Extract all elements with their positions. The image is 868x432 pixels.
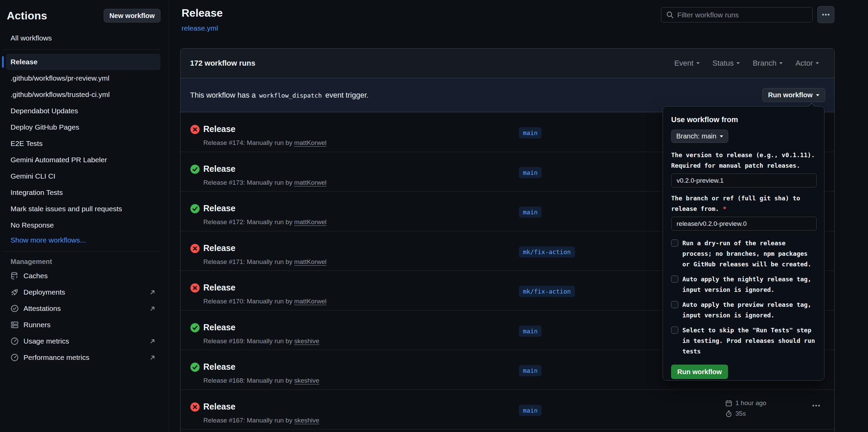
- branch-badge[interactable]: main: [519, 365, 542, 376]
- sidebar-workflow-item[interactable]: Dependabot Updates: [6, 103, 160, 119]
- branch-badge[interactable]: main: [519, 206, 542, 218]
- sidebar-workflow-item[interactable]: E2E Tests: [6, 135, 160, 152]
- workflow-input-checkbox-row: Auto apply the nightly release tag, inpu…: [671, 274, 816, 295]
- filter-branch[interactable]: Branch: [753, 59, 783, 68]
- cache-icon: [11, 272, 19, 280]
- run-meta: 1 hour ago35s: [725, 399, 766, 420]
- search-icon: [666, 11, 674, 19]
- new-workflow-button[interactable]: New workflow: [104, 9, 160, 22]
- sidebar-workflow-item[interactable]: Gemini CLI CI: [6, 168, 160, 184]
- sidebar-workflow-item[interactable]: Release: [6, 54, 160, 70]
- rocket-icon: [11, 288, 19, 296]
- run-actor-link[interactable]: skeshive: [294, 417, 319, 424]
- checkbox[interactable]: [671, 276, 678, 283]
- checkbox-label: Run a dry-run of the release process; no…: [682, 238, 816, 269]
- filter-event[interactable]: Event: [674, 59, 699, 68]
- checkbox-label: Select to skip the "Run Tests" step in t…: [682, 325, 816, 356]
- arrow-up-right-icon: [149, 338, 156, 345]
- management-item-label: Performance metrics: [23, 353, 89, 362]
- run-title-link[interactable]: Release: [203, 362, 236, 372]
- chevron-down-icon: [736, 62, 740, 64]
- chevron-down-icon: [720, 135, 723, 137]
- branch-badge[interactable]: main: [519, 405, 542, 416]
- branch-selector-button[interactable]: Branch: main: [671, 130, 728, 143]
- sidebar-workflow-item[interactable]: Gemini Automated PR Labeler: [6, 152, 160, 168]
- check-circle-icon: [190, 204, 200, 213]
- management-heading: Management: [11, 258, 160, 266]
- management-item-label: Runners: [23, 321, 50, 329]
- run-title-link[interactable]: Release: [203, 124, 236, 134]
- management-item-runners[interactable]: Runners: [6, 317, 160, 333]
- sidebar-workflow-item[interactable]: .github/workflows/trusted-ci.yml: [6, 86, 160, 103]
- checkbox[interactable]: [671, 327, 678, 334]
- run-actor-link[interactable]: mattKorwel: [294, 258, 326, 265]
- run-description: Release #169: Manually run by skeshive: [203, 337, 319, 345]
- arrow-up-right-icon: [149, 305, 156, 312]
- x-circle-icon: [190, 244, 200, 253]
- server-icon: [11, 321, 19, 329]
- sidebar-workflow-item[interactable]: No Response: [6, 217, 160, 233]
- sidebar-workflow-item[interactable]: Mark stale issues and pull requests: [6, 201, 160, 217]
- branch-badge[interactable]: main: [519, 326, 542, 337]
- run-actor-link[interactable]: mattKorwel: [294, 179, 326, 186]
- run-kebab-menu-icon[interactable]: [810, 401, 822, 410]
- management-item-performance-metrics[interactable]: Performance metrics: [6, 349, 160, 366]
- sidebar-workflow-item[interactable]: Integration Tests: [6, 184, 160, 201]
- run-actor-link[interactable]: skeshive: [294, 337, 319, 345]
- show-more-workflows-link[interactable]: Show more workflows...: [6, 233, 160, 247]
- management-item-caches[interactable]: Caches: [6, 268, 160, 284]
- run-title-link[interactable]: Release: [203, 402, 236, 412]
- management-list: CachesDeploymentsAttestationsRunnersUsag…: [0, 268, 169, 366]
- run-actor-link[interactable]: mattKorwel: [294, 218, 326, 226]
- workflow-options-kebab-button[interactable]: [817, 6, 834, 23]
- run-duration: 35s: [735, 410, 746, 417]
- chevron-down-icon: [816, 94, 819, 96]
- filter-status[interactable]: Status: [713, 59, 740, 68]
- run-description: Release #168: Manually run by skeshive: [203, 377, 319, 384]
- chevron-down-icon: [816, 62, 819, 64]
- main-content: Release release.yml 172 workflow runs Ev…: [169, 0, 868, 432]
- filter-workflow-runs-input[interactable]: [677, 11, 807, 19]
- branch-badge[interactable]: main: [519, 167, 542, 178]
- runs-card-header: 172 workflow runs EventStatusBranchActor: [181, 49, 834, 78]
- ref-input[interactable]: [671, 217, 817, 231]
- run-filters: EventStatusBranchActor: [674, 59, 819, 68]
- run-title-link[interactable]: Release: [203, 283, 236, 293]
- sidebar-workflow-item[interactable]: Deploy GitHub Pages: [6, 119, 160, 135]
- run-description: Release #171: Manually run by mattKorwel: [203, 258, 326, 266]
- management-item-usage-metrics[interactable]: Usage metrics: [6, 333, 160, 349]
- sidebar-item-all-workflows[interactable]: All workflows: [6, 31, 160, 45]
- management-item-deployments[interactable]: Deployments: [6, 284, 160, 300]
- run-workflow-dropdown-button[interactable]: Run workflow: [762, 88, 825, 102]
- run-title-link[interactable]: Release: [203, 164, 236, 174]
- run-actor-link[interactable]: mattKorwel: [294, 139, 326, 146]
- run-title-link[interactable]: Release: [203, 322, 236, 332]
- arrow-up-right-icon: [149, 354, 156, 361]
- workflow-run-row: ReleaseRelease #167: Manually run by ske…: [181, 390, 834, 430]
- checkbox-label: Auto apply the nightly release tag, inpu…: [682, 274, 816, 295]
- workflow-input-checkbox-row: Run a dry-run of the release process; no…: [671, 238, 816, 269]
- sidebar-workflow-item[interactable]: .github/workflows/pr-review.yml: [6, 70, 160, 86]
- run-title-link[interactable]: Release: [203, 203, 236, 213]
- management-item-label: Caches: [23, 272, 48, 280]
- filter-workflow-runs-box: [661, 7, 813, 22]
- stopwatch-icon: [725, 410, 732, 417]
- run-actor-link[interactable]: skeshive: [294, 377, 319, 384]
- checkbox[interactable]: [671, 301, 678, 308]
- sidebar-divider: [3, 251, 160, 252]
- x-circle-icon: [190, 125, 200, 134]
- branch-badge[interactable]: mk/fix-action: [519, 246, 575, 257]
- version-input[interactable]: [671, 173, 817, 187]
- checkbox[interactable]: [671, 239, 678, 247]
- workflow-file-link[interactable]: release.yml: [182, 24, 218, 32]
- management-item-attestations[interactable]: Attestations: [6, 300, 160, 317]
- branch-badge[interactable]: mk/fix-action: [519, 286, 575, 297]
- branch-badge[interactable]: main: [519, 127, 542, 138]
- run-title-link[interactable]: Release: [203, 243, 236, 253]
- run-actor-link[interactable]: mattKorwel: [294, 298, 326, 305]
- run-time: 1 hour ago: [735, 399, 766, 407]
- filter-actor[interactable]: Actor: [796, 59, 819, 68]
- run-workflow-submit-button[interactable]: Run workflow: [671, 365, 728, 379]
- chevron-down-icon: [696, 62, 700, 64]
- arrow-up-right-icon: [149, 289, 156, 296]
